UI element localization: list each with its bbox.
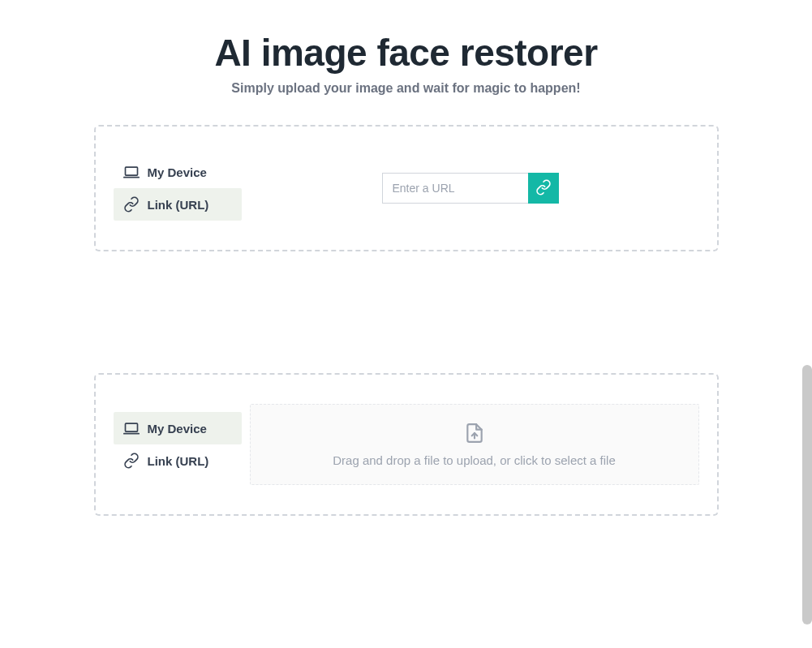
link-icon [123, 453, 140, 469]
page-subtitle: Simply upload your image and wait for ma… [0, 81, 812, 96]
scrollbar-thumb[interactable] [802, 365, 812, 624]
file-dropzone[interactable]: Drag and drop a file to upload, or click… [250, 404, 699, 485]
link-icon [535, 179, 552, 198]
url-input-group [382, 173, 559, 204]
tab-label: My Device [148, 422, 207, 436]
tab-link-url[interactable]: Link (URL) [114, 444, 242, 477]
url-submit-button[interactable] [528, 173, 559, 204]
tab-link-url[interactable]: Link (URL) [114, 188, 242, 221]
source-tabs: My Device Link (URL) [114, 412, 242, 477]
tab-my-device[interactable]: My Device [114, 156, 242, 188]
svg-rect-2 [125, 423, 137, 431]
tab-label: Link (URL) [148, 198, 209, 212]
svg-rect-0 [125, 167, 137, 175]
tab-label: Link (URL) [148, 454, 209, 468]
device-icon [123, 164, 140, 180]
tab-label: My Device [148, 165, 207, 179]
url-input[interactable] [382, 173, 528, 204]
upload-panel-device: My Device Link (URL) Drag and drop a fil… [94, 373, 719, 516]
upload-panel-url: My Device Link (URL) [94, 125, 719, 251]
url-content [242, 173, 699, 204]
source-tabs: My Device Link (URL) [114, 156, 242, 221]
tab-my-device[interactable]: My Device [114, 412, 242, 444]
device-icon [123, 420, 140, 436]
upload-file-icon [464, 423, 485, 447]
page-title: AI image face restorer [0, 31, 812, 75]
dropzone-text: Drag and drop a file to upload, or click… [333, 453, 616, 467]
link-icon [123, 196, 140, 212]
